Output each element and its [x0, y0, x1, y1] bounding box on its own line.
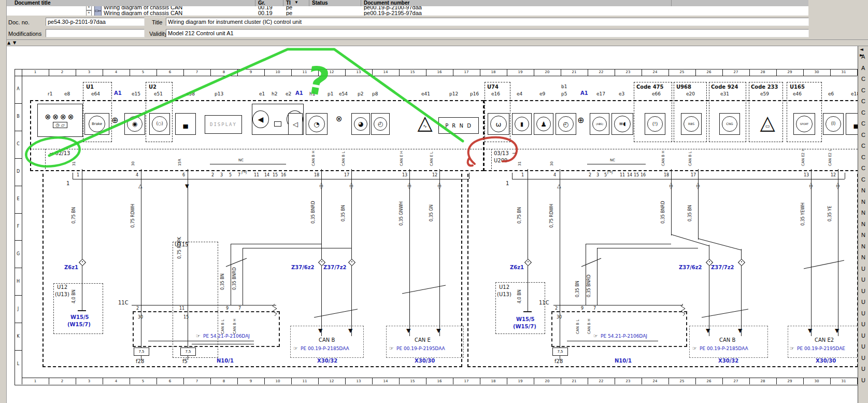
component-pin-label: e2 [286, 91, 291, 96]
component-list-item[interactable]: N [861, 187, 865, 193]
row-tick [15, 103, 22, 104]
component-box-label: Code 924 [711, 84, 738, 90]
component-list-item[interactable]: N [861, 199, 865, 205]
col-status[interactable]: Status [312, 0, 328, 6]
component-list-item[interactable]: C [861, 143, 865, 149]
ruler-number: 19 [514, 70, 527, 74]
terminal-label: CAN B H [233, 319, 237, 334]
row-tick [15, 295, 22, 296]
ruler-tick [426, 69, 426, 76]
table-row[interactable]: +Wiring diagram of chassis CAN00.19pepe0… [6, 6, 808, 10]
ruler-tick [453, 69, 453, 76]
row-letter: B [15, 114, 22, 119]
wire [597, 248, 597, 305]
splitter-bar[interactable]: ▲ ▼ [0, 39, 868, 46]
ruler-tick [183, 378, 184, 384]
component-list-item[interactable]: C [861, 87, 865, 93]
can-entry-arrow: ▼ [436, 328, 440, 333]
component-list-item[interactable]: U [861, 276, 865, 283]
glow-plug-icon-glyph: ω [490, 116, 507, 132]
wire [188, 169, 188, 349]
component-list-item[interactable]: C [861, 120, 865, 127]
component-list-item[interactable]: U [861, 310, 865, 316]
modifications-label: Modifications [8, 31, 41, 37]
component-list-item[interactable]: U [861, 377, 865, 383]
col-document-title[interactable]: Document title [15, 0, 50, 6]
component-list-item[interactable]: U [861, 266, 865, 272]
ruler-number: 3 [82, 70, 96, 74]
tree-expand-icon[interactable]: + [86, 10, 92, 16]
horn-icon: ◁ [288, 113, 303, 135]
ruler-number: 26 [702, 70, 716, 74]
col-ti[interactable]: TI [286, 0, 291, 6]
ruler-number: 9 [244, 70, 258, 74]
component-list-item[interactable]: C [861, 176, 865, 183]
sort-arrow-icon[interactable]: ▼ [294, 0, 298, 5]
component-box-label: U74 [487, 84, 499, 90]
row-tick [15, 186, 22, 186]
component-list-item[interactable]: U [861, 299, 865, 305]
component-list-item[interactable]: N [861, 243, 865, 249]
wire-label: 0,35 BN [688, 205, 692, 221]
component-ref: (U13) [497, 291, 511, 297]
pin-number: 12 [831, 173, 836, 177]
component-list-item[interactable]: C [861, 109, 865, 116]
component-list-item[interactable]: N [861, 221, 865, 227]
component-list-item[interactable]: U [861, 332, 865, 339]
col-document-number[interactable]: Document number [364, 0, 409, 6]
component-pin-label: p5 [561, 91, 567, 96]
component-list-panel: ◄ ► AACCCCCCCCCCNNNNNNNUUUUUUUUUUU [858, 45, 868, 403]
ruler-tick [345, 69, 346, 76]
ruler-tick [722, 378, 723, 384]
splitter-down-icon[interactable]: ▼ [13, 40, 16, 45]
ruler-number: 29 [783, 70, 796, 74]
component-list-item[interactable]: C [861, 98, 865, 104]
ruler-number: 17 [460, 379, 473, 383]
header-divider [309, 0, 309, 6]
component-list-item[interactable]: C [861, 165, 865, 171]
component-list-item[interactable]: C [861, 76, 865, 82]
wire-label: 0,75 RDWH [131, 204, 135, 228]
abs-telltale-icon-glyph: (ABS) [592, 117, 607, 131]
doc-no-input[interactable]: pe54.30-p-2101-97daa [46, 18, 145, 26]
wire-label: 4,0 BN [72, 289, 76, 303]
ruler-number: 7 [190, 379, 204, 383]
component-list-item[interactable]: U [861, 355, 865, 361]
validity-input[interactable]: Model 212 Control unit A1 [166, 29, 809, 37]
component-list-item[interactable]: U [861, 288, 865, 294]
component-list-item[interactable]: A [861, 53, 865, 60]
hand-icon: ☞ [196, 333, 201, 339]
component-list-item[interactable]: C [861, 154, 865, 160]
ruler-tick [642, 378, 642, 384]
component-list-item[interactable]: C [861, 132, 865, 138]
left-scroll-gutter[interactable] [0, 0, 7, 403]
component-list-item[interactable]: N [861, 210, 865, 216]
title-input[interactable]: Wiring diagram for instrument cluster (I… [166, 18, 809, 26]
component-list-item[interactable]: N [861, 254, 865, 260]
ruler-tick [507, 378, 507, 384]
wire [141, 169, 141, 349]
ruler-tick [642, 69, 642, 76]
sport-mode-icon-glyph: SPORT [796, 116, 813, 132]
component-pin-label: h1 [309, 91, 315, 96]
component-list-item[interactable]: A [861, 65, 865, 71]
ruler-tick [588, 69, 588, 76]
component-list-item[interactable]: N [861, 232, 865, 238]
splitter-up-icon[interactable]: ▲ [7, 40, 10, 45]
terminal-label: CAN E L [430, 151, 434, 166]
row-letter: L [15, 362, 22, 366]
ruler-tick [318, 378, 319, 384]
modifications-input[interactable] [46, 29, 145, 37]
table-row[interactable]: +Wiring diagram of chassis CAN00.19pepe0… [6, 10, 808, 16]
component-list-item[interactable]: U [861, 343, 865, 350]
component-list-item[interactable]: U [861, 366, 865, 372]
speedometer2-icon-glyph: ◴ [558, 116, 574, 132]
ruler-tick [130, 378, 130, 384]
ruler-tick [22, 378, 22, 384]
component-list-item[interactable]: U [861, 321, 865, 327]
component-pin-label: e58 [186, 91, 195, 96]
panel-collapse-left-icon[interactable]: ◄ [860, 47, 863, 52]
col-gr[interactable]: Gr. [258, 0, 265, 6]
ruler-number: 2 [55, 70, 69, 74]
n10-left-box [133, 311, 280, 347]
